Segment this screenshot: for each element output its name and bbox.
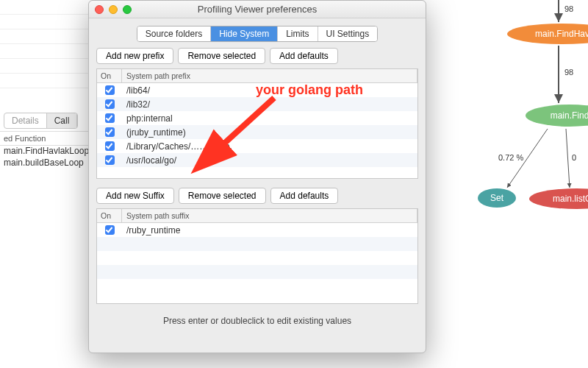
checkbox-icon[interactable] (105, 155, 115, 165)
path-cell[interactable]: /lib32/ (122, 99, 417, 110)
table-row[interactable] (97, 265, 417, 279)
minimize-icon[interactable] (109, 5, 118, 14)
bg-segmented: Details Call (4, 113, 78, 129)
window-title: Profiling Viewer preferences (198, 4, 317, 15)
table-row[interactable] (97, 167, 417, 179)
path-cell[interactable]: /Library/Caches/……apple. (122, 141, 417, 152)
table-row[interactable] (97, 279, 417, 293)
col-on[interactable]: On (97, 69, 122, 82)
suffix-button-row: Add new Suffix Remove selected Add defau… (89, 188, 426, 208)
checkbox-icon[interactable] (105, 85, 115, 95)
table-row[interactable]: php:internal (97, 111, 417, 125)
checkbox-icon[interactable] (105, 127, 115, 137)
tab-bar: Source folders Hide System Limits UI Set… (89, 26, 426, 42)
remove-suffix-button[interactable]: Remove selected (179, 188, 266, 204)
table-row[interactable] (97, 237, 417, 251)
table-row[interactable] (97, 251, 417, 265)
defaults-prefix-button[interactable]: Add defaults (270, 48, 338, 64)
graph-node-teal[interactable]: Set (478, 188, 516, 208)
tab-hide-system[interactable]: Hide System (211, 26, 278, 41)
path-cell[interactable]: php:internal (122, 113, 417, 124)
path-cell[interactable]: /usr/local/go/ (122, 155, 417, 166)
table-row[interactable]: /ruby_runtime (97, 223, 417, 237)
svg-line-3 (566, 129, 570, 188)
edge-label: 98 (564, 68, 573, 77)
bg-tab-details[interactable]: Details (4, 113, 46, 128)
checkbox-icon[interactable] (105, 225, 115, 235)
table-row[interactable]: /lib32/ (97, 97, 417, 111)
tab-ui-settings[interactable]: UI Settings (318, 26, 378, 41)
zoom-icon[interactable] (123, 5, 132, 14)
bg-tab-call[interactable]: Call (46, 113, 78, 128)
col-path[interactable]: System path prefix (122, 69, 417, 82)
table-row[interactable]: (jruby_runtime) (97, 125, 417, 139)
call-graph: 98 98 0.72 % 0 main.FindHav main.Find Se… (426, 0, 588, 368)
add-prefix-button[interactable]: Add new prefix (96, 48, 173, 64)
checkbox-icon[interactable] (105, 141, 115, 151)
add-suffix-button[interactable]: Add new Suffix (96, 188, 174, 204)
remove-prefix-button[interactable]: Remove selected (178, 48, 265, 64)
edge-label: 0.72 % (498, 153, 523, 162)
col-on[interactable]: On (97, 209, 122, 222)
path-cell[interactable]: (jruby_runtime) (122, 127, 417, 138)
prefix-table-header: On System path prefix (97, 69, 417, 83)
path-cell[interactable]: /ruby_runtime (122, 225, 417, 236)
close-icon[interactable] (95, 5, 104, 14)
tab-limits[interactable]: Limits (278, 26, 318, 41)
checkbox-icon[interactable] (105, 99, 115, 109)
edge-label: 0 (572, 153, 576, 162)
col-path[interactable]: System path suffix (122, 209, 417, 222)
titlebar[interactable]: Profiling Viewer preferences (89, 1, 426, 18)
graph-edges (426, 0, 588, 368)
preferences-dialog: Profiling Viewer preferences Source fold… (88, 0, 426, 353)
table-row[interactable]: /usr/local/go/ (97, 153, 417, 167)
tab-source-folders[interactable]: Source folders (137, 26, 211, 41)
suffix-table: On System path suffix /ruby_runtime (96, 208, 418, 304)
edge-label: 98 (564, 4, 573, 13)
window-controls (95, 5, 132, 14)
suffix-table-header: On System path suffix (97, 209, 417, 223)
prefix-button-row: Add new prefix Remove selected Add defau… (89, 48, 426, 68)
bg-grid-lines (0, 0, 96, 88)
defaults-suffix-button[interactable]: Add defaults (270, 188, 339, 204)
annotation-text: your golang path (256, 82, 363, 98)
checkbox-icon[interactable] (105, 113, 115, 123)
table-row[interactable]: /Library/Caches/……apple. (97, 139, 417, 153)
footer-hint: Press enter or doubleclick to edit exist… (89, 316, 426, 326)
suffix-table-body: /ruby_runtime (97, 223, 417, 293)
